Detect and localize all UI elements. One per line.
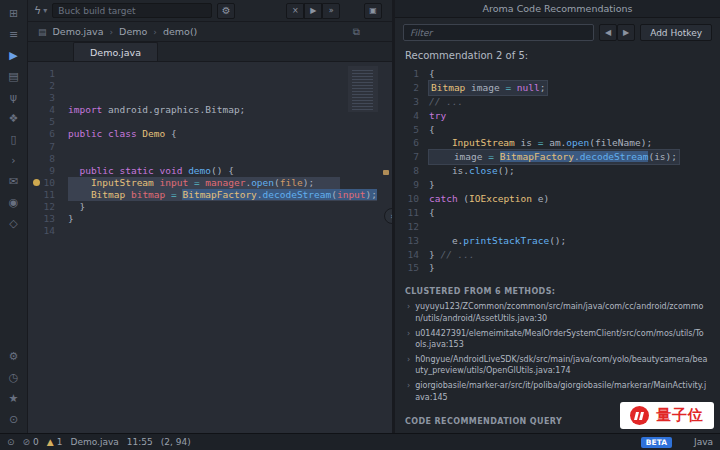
star-icon[interactable]: ★ [0, 388, 28, 409]
menu-icon[interactable]: ≡ [0, 24, 28, 45]
warning-indicator[interactable]: ▲ 1 [47, 437, 63, 447]
breadcrumb-item[interactable]: Demo [119, 26, 147, 37]
line-number: 13 [401, 234, 419, 248]
line-number: 10 [28, 177, 68, 189]
method-path: yuyuyu123/ZCommon/zcommon/src/main/java/… [415, 301, 708, 323]
line-number: 3 [401, 95, 419, 109]
code-text: public static void demo() { [68, 165, 234, 177]
history-clock-icon[interactable]: ◷ [0, 367, 28, 388]
watermark-text: 量子位 [656, 406, 704, 425]
statusbar-filename[interactable]: Demo.java [70, 437, 118, 447]
health-icon[interactable]: ⊙ [7, 437, 15, 447]
line-number: 6 [28, 128, 68, 140]
code-line: 7 image = BitmapFactory.decodeStream(is)… [401, 150, 720, 164]
link-icon[interactable]: ⧉ [353, 26, 360, 38]
watch-icon[interactable]: ◉ [0, 192, 28, 213]
code-line: 12 } [28, 201, 392, 213]
panel-title: Aroma Code Recommendations [395, 0, 720, 18]
tab-demo-java[interactable]: Demo.java [73, 42, 158, 61]
filter-input[interactable] [403, 24, 594, 41]
layout-toggle-button[interactable]: ▣ [364, 3, 382, 19]
method-path: u014427391/elemeimitate/MealOrderSystemC… [415, 328, 708, 350]
step-forward-button[interactable]: » [322, 3, 340, 19]
minimap[interactable] [348, 66, 378, 112]
line-number: 8 [401, 164, 419, 178]
code-text: } [429, 178, 435, 192]
code-line: 2 [28, 80, 392, 92]
buck-target-input[interactable] [52, 3, 212, 18]
mail-icon[interactable]: ✉ [0, 171, 28, 192]
code-text: public class Demo { [68, 128, 177, 140]
files-icon[interactable]: ▤ [0, 66, 28, 87]
add-hotkey-button[interactable]: Add Hotkey [640, 24, 712, 41]
language-indicator[interactable]: Java [694, 437, 713, 447]
code-text: InputStream is = am.open(fileName); [429, 136, 652, 150]
run-icon[interactable]: ▶ [0, 45, 28, 66]
error-count: 0 [33, 437, 39, 447]
editor-toolbar: ϟ ▾ ⚙ ×▶» ▣ [28, 0, 392, 22]
chevron-right-icon: › [407, 354, 410, 376]
chevron-down-icon[interactable]: ▾ [43, 6, 47, 15]
chevron-right-icon: › [110, 27, 114, 37]
methods-list: ›yuyuyu123/ZCommon/zcommon/src/main/java… [395, 299, 720, 405]
stop-button[interactable]: × [286, 3, 304, 19]
method-link[interactable]: ›u014427391/elemeimitate/MealOrderSystem… [395, 326, 720, 352]
line-number: 8 [28, 153, 68, 165]
line-number: 4 [401, 109, 419, 123]
diamond-icon[interactable]: ◇ [0, 213, 28, 234]
code-line: 4import android.graphics.Bitmap; [28, 104, 392, 116]
play-button[interactable]: ▶ [304, 3, 322, 19]
code-line: 13} [28, 213, 392, 225]
beta-badge: BETA [641, 437, 672, 448]
code-line: 12 [401, 220, 720, 234]
code-line: 14} // ... [401, 248, 720, 262]
chevron-right-icon: › [407, 301, 410, 323]
toolbar-settings-button[interactable]: ⚙ [217, 3, 235, 19]
grid-icon[interactable]: ⊞ [0, 3, 28, 24]
breadcrumb-item[interactable]: demo() [163, 26, 197, 37]
error-icon: ⊘ [23, 437, 31, 447]
code-line: 14 [28, 225, 392, 237]
device-icon[interactable]: ▯ [0, 129, 28, 150]
breadcrumb-item[interactable]: Demo.java [53, 26, 104, 37]
scrollbar-marker [383, 170, 389, 175]
recommendation-code: 1{2Bitmap image = null;3// ...4try5{6 In… [395, 65, 720, 279]
power-icon[interactable]: ⊙ [0, 409, 28, 430]
editor-area: ϟ ▾ ⚙ ×▶» ▣ ▤ Demo.java›Demo›demo() ⧉ De… [28, 0, 392, 433]
chevron-right-icon: › [407, 380, 410, 402]
code-line: 8 [28, 153, 392, 165]
chevron-right-icon: › [407, 328, 410, 350]
method-link[interactable]: ›giorgiobasile/marker-ar/src/it/poliba/g… [395, 378, 720, 404]
code-line: 6public class Demo { [28, 128, 392, 140]
code-editor[interactable]: 1234import android.graphics.Bitmap;56pub… [28, 62, 392, 433]
prev-recommendation-button[interactable]: ◀ [599, 24, 617, 41]
arrow-left-icon: ◀ [605, 28, 611, 37]
terminal-icon[interactable]: › [0, 150, 28, 171]
play-icon: ▶ [310, 6, 316, 15]
status-bar: ⊙ ⊘ 0 ▲ 1 Demo.java 11:55 (2, 94) BETA J… [0, 433, 720, 450]
bug-icon[interactable]: ❖ [0, 108, 28, 129]
buck-icon[interactable]: ϟ [34, 4, 41, 17]
code-line: 10catch (IOException e) [401, 192, 720, 206]
code-text: catch (IOException e) [429, 192, 549, 206]
branch-icon[interactable]: ψ [0, 87, 28, 108]
code-line: 5 [28, 116, 392, 128]
lightbulb-icon[interactable] [33, 179, 40, 186]
settings-gear-icon[interactable]: ⚙ [0, 346, 28, 367]
code-text: try [429, 109, 446, 123]
error-indicator[interactable]: ⊘ 0 [23, 437, 39, 447]
code-line: 1 [28, 68, 392, 80]
method-link[interactable]: ›h0ngyue/AndroidLiveSDK/sdk/src/main/jav… [395, 352, 720, 378]
line-number: 9 [401, 178, 419, 192]
next-recommendation-button[interactable]: ▶ [617, 24, 635, 41]
breadcrumb: ▤ Demo.java›Demo›demo() ⧉ [28, 22, 392, 42]
code-text: { [429, 206, 435, 220]
watermark: 量子位 [620, 402, 714, 429]
ide-window: ⊞≡▶▤ψ❖▯›✉◉◇ ⚙◷★⊙ ϟ ▾ ⚙ ×▶» ▣ ▤ Demo.java… [0, 0, 720, 450]
code-line: 15} [401, 261, 720, 275]
code-line: 3 [28, 92, 392, 104]
cursor-position[interactable]: 11:55 [127, 437, 153, 447]
method-link[interactable]: ›yuyuyu123/ZCommon/zcommon/src/main/java… [395, 299, 720, 325]
filter-row: ◀ ▶ Add Hotkey [395, 18, 720, 47]
line-number: 7 [28, 141, 68, 153]
